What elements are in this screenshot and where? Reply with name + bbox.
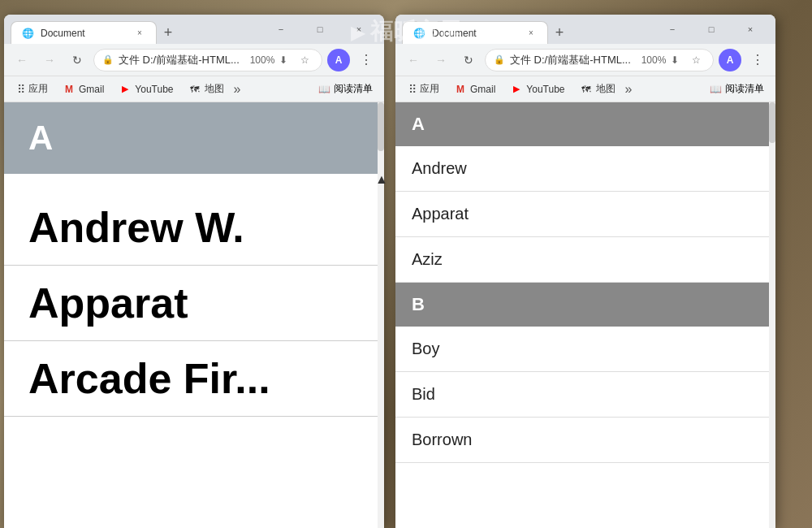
left-win-controls: − □ × bbox=[262, 15, 378, 44]
right-forward-btn[interactable]: → bbox=[430, 49, 452, 71]
left-zoom-btn[interactable]: 100% bbox=[253, 51, 271, 69]
right-maps-icon: 🗺 bbox=[580, 83, 593, 96]
right-bm-youtube[interactable]: ▶ YouTube bbox=[503, 80, 571, 99]
right-tab-bar: 🌐 Document × + bbox=[402, 15, 650, 44]
right-menu-btn[interactable]: ⋮ bbox=[746, 49, 769, 71]
left-url-text: 文件 D:/前端基础-HTML... bbox=[119, 53, 248, 67]
left-maps-icon: 🗺 bbox=[188, 83, 201, 96]
left-maximize-btn[interactable]: □ bbox=[301, 15, 339, 44]
right-titlebar: 🌐 Document × + − □ × bbox=[395, 15, 775, 44]
right-bm-more[interactable]: » bbox=[625, 82, 633, 97]
left-address-bar[interactable]: 🔒 文件 D:/前端基础-HTML... 100% ⬇ ☆ bbox=[93, 49, 322, 71]
left-lock-icon: 🔒 bbox=[102, 54, 114, 65]
left-scrollbar-thumb[interactable] bbox=[378, 102, 384, 151]
right-section-header-a: A bbox=[395, 102, 775, 146]
left-page-content[interactable]: A Andrew W. Apparat Arcade Fir... bbox=[4, 102, 384, 528]
left-tab-title: Document bbox=[41, 28, 127, 39]
right-entry-aziz: Aziz bbox=[395, 237, 775, 283]
left-new-tab-btn[interactable]: + bbox=[157, 21, 179, 44]
right-reading-icon: 📖 bbox=[710, 84, 722, 95]
left-tab-favicon: 🌐 bbox=[21, 27, 34, 40]
left-section-header-a: A bbox=[4, 102, 384, 174]
right-section-header-b: B bbox=[395, 283, 775, 327]
right-address-bar[interactable]: 🔒 文件 D:/前端基础-HTML... 100% ⬇ ☆ bbox=[485, 49, 714, 71]
left-entry-arcade: Arcade Fir... bbox=[4, 341, 384, 417]
right-url-text: 文件 D:/前端基础-HTML... bbox=[510, 53, 640, 67]
left-entry-andrew: Andrew W. bbox=[4, 190, 384, 266]
right-bookmark-btn[interactable]: ☆ bbox=[687, 51, 705, 69]
right-entry-boy: Boy bbox=[395, 327, 775, 372]
left-scrollbar-track[interactable] bbox=[378, 102, 384, 528]
left-forward-btn[interactable]: → bbox=[38, 49, 61, 71]
right-youtube-icon: ▶ bbox=[510, 83, 523, 96]
right-reload-btn[interactable]: ↻ bbox=[457, 49, 480, 71]
left-back-btn[interactable]: ← bbox=[11, 49, 33, 71]
left-reading-icon: 📖 bbox=[318, 84, 330, 95]
right-close-btn[interactable]: × bbox=[732, 15, 769, 44]
right-profile-btn[interactable]: A bbox=[719, 49, 741, 71]
left-reading-list[interactable]: 📖 阅读清单 bbox=[313, 82, 378, 96]
left-menu-btn[interactable]: ⋮ bbox=[355, 49, 378, 71]
right-bm-gmail[interactable]: M Gmail bbox=[447, 80, 502, 99]
right-browser-window: 🌐 Document × + − □ × ← → ↻ 🔒 文件 D:/前端基础-… bbox=[395, 15, 775, 528]
left-bm-apps-label: 应用 bbox=[28, 82, 48, 96]
left-bm-gmail[interactable]: M Gmail bbox=[56, 80, 110, 99]
left-download-btn[interactable]: ⬇ bbox=[274, 51, 292, 69]
right-entry-bid: Bid bbox=[395, 372, 775, 418]
left-reading-label: 阅读清单 bbox=[334, 82, 373, 96]
left-toolbar: ← → ↻ 🔒 文件 D:/前端基础-HTML... 100% ⬇ ☆ A ⋮ bbox=[4, 44, 384, 76]
right-tab-title: Document bbox=[432, 28, 518, 39]
right-toolbar: ← → ↻ 🔒 文件 D:/前端基础-HTML... 100% ⬇ ☆ A ⋮ bbox=[395, 44, 775, 76]
right-scrollbar-thumb[interactable] bbox=[769, 102, 775, 143]
left-reload-btn[interactable]: ↻ bbox=[66, 49, 89, 71]
left-gmail-icon: M bbox=[63, 83, 76, 96]
right-zoom-btn[interactable]: 100% bbox=[645, 51, 663, 69]
right-bm-apps-label: 应用 bbox=[420, 82, 439, 96]
left-entry-apparat: Apparat bbox=[4, 266, 384, 341]
right-tab-favicon: 🌐 bbox=[412, 27, 425, 40]
left-tab-bar: 🌐 Document × + bbox=[11, 15, 259, 44]
right-entry-apparat: Apparat bbox=[395, 192, 775, 237]
left-active-tab[interactable]: 🌐 Document × bbox=[11, 21, 157, 44]
right-download-btn[interactable]: ⬇ bbox=[666, 51, 684, 69]
left-youtube-icon: ▶ bbox=[119, 83, 132, 96]
left-close-btn[interactable]: × bbox=[340, 15, 378, 44]
right-active-tab[interactable]: 🌐 Document × bbox=[402, 21, 548, 44]
left-bm-more[interactable]: » bbox=[234, 82, 241, 97]
left-address-actions: 100% ⬇ ☆ bbox=[253, 51, 313, 69]
left-bm-maps[interactable]: 🗺 地图 bbox=[182, 80, 231, 99]
right-bm-apps[interactable]: ⠿ 应用 bbox=[402, 80, 446, 99]
right-reading-list[interactable]: 📖 阅读清单 bbox=[705, 82, 769, 96]
left-browser-window: 🌐 Document × + − □ × ← → ↻ 🔒 文件 D:/前端基础-… bbox=[4, 15, 384, 528]
right-address-actions: 100% ⬇ ☆ bbox=[645, 51, 705, 69]
right-page-content[interactable]: A Andrew Apparat Aziz B Boy Bid Borrown bbox=[395, 102, 775, 528]
right-entry-borrown: Borrown bbox=[395, 418, 775, 463]
left-minimize-btn[interactable]: − bbox=[262, 15, 300, 44]
right-bm-maps[interactable]: 🗺 地图 bbox=[573, 80, 622, 99]
right-gmail-icon: M bbox=[454, 83, 467, 96]
left-titlebar: 🌐 Document × + − □ × bbox=[4, 15, 384, 44]
right-new-tab-btn[interactable]: + bbox=[548, 21, 571, 44]
right-minimize-btn[interactable]: − bbox=[654, 15, 691, 44]
right-back-btn[interactable]: ← bbox=[402, 49, 425, 71]
right-lock-icon: 🔒 bbox=[494, 54, 505, 65]
left-bm-youtube[interactable]: ▶ YouTube bbox=[112, 80, 179, 99]
left-bookmark-btn[interactable]: ☆ bbox=[296, 51, 313, 69]
right-scrollbar-track[interactable] bbox=[769, 102, 775, 528]
right-reading-label: 阅读清单 bbox=[725, 82, 764, 96]
left-tab-close[interactable]: × bbox=[133, 27, 146, 40]
right-entry-andrew: Andrew bbox=[395, 146, 775, 192]
left-bm-apps[interactable]: ⠿ 应用 bbox=[11, 80, 54, 99]
right-maximize-btn[interactable]: □ bbox=[693, 15, 730, 44]
left-profile-btn[interactable]: A bbox=[327, 49, 350, 71]
right-bookmarks-bar: ⠿ 应用 M Gmail ▶ YouTube 🗺 地图 » 📖 阅读清单 bbox=[395, 76, 775, 102]
left-bookmarks-bar: ⠿ 应用 M Gmail ▶ YouTube 🗺 地图 » 📖 阅读清单 bbox=[4, 76, 384, 102]
right-tab-close[interactable]: × bbox=[525, 27, 538, 40]
right-win-controls: − □ × bbox=[654, 15, 769, 44]
